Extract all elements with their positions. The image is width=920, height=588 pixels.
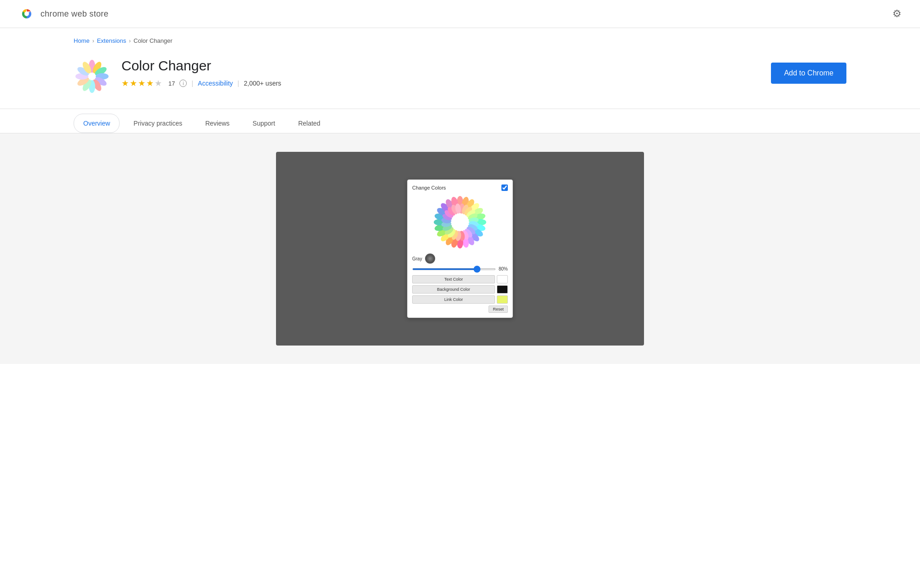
breadcrumb-current: Color Changer [133, 37, 172, 44]
store-title: chrome web store [40, 9, 109, 19]
breadcrumb-extensions[interactable]: Extensions [97, 37, 126, 44]
link-color-button[interactable]: Link Color [412, 295, 495, 304]
header: chrome web store ⚙ [0, 0, 920, 28]
star-2: ★ [130, 78, 137, 88]
link-color-swatch[interactable] [497, 295, 508, 304]
slider-value: 80% [499, 266, 508, 271]
screenshot-area: Change Colors [276, 152, 644, 346]
ext-header-left: Color Changer ★ ★ ★ ★ ★ 17 i | Accessibi… [74, 58, 281, 95]
popup-checkbox[interactable] [501, 184, 508, 191]
reset-row: Reset [412, 306, 508, 313]
gray-circle-icon [425, 254, 435, 264]
text-color-row: Text Color [412, 275, 508, 283]
color-wheel-icon [432, 195, 488, 250]
popup-mockup: Change Colors [407, 179, 513, 318]
extension-meta: ★ ★ ★ ★ ★ 17 i | Accessibility | 2,000+ … [121, 78, 281, 88]
tab-reviews[interactable]: Reviews [196, 114, 239, 133]
text-color-button[interactable]: Text Color [412, 275, 495, 283]
extension-name: Color Changer [121, 58, 281, 74]
bg-color-row: Background Color [412, 285, 508, 294]
user-count: 2,000+ users [244, 80, 281, 87]
gear-icon[interactable]: ⚙ [892, 8, 902, 20]
gray-label: Gray [412, 256, 422, 261]
popup-title: Change Colors [412, 185, 446, 190]
rating-info-icon[interactable]: i [179, 80, 187, 87]
breadcrumb-home[interactable]: Home [74, 37, 90, 44]
breadcrumb-sep-1: › [92, 38, 94, 44]
tabs-bar: Overview Privacy practices Reviews Suppo… [0, 114, 920, 133]
text-color-swatch[interactable] [497, 275, 508, 283]
popup-header: Change Colors [412, 184, 508, 191]
extension-icon [74, 58, 110, 95]
link-color-row: Link Color [412, 295, 508, 304]
extension-info: Color Changer ★ ★ ★ ★ ★ 17 i | Accessibi… [121, 58, 281, 88]
accessibility-link[interactable]: Accessibility [198, 80, 233, 87]
star-rating: ★ ★ ★ ★ ★ [121, 78, 162, 88]
chrome-logo-icon [18, 6, 35, 22]
star-3: ★ [138, 78, 145, 88]
tab-overview[interactable]: Overview [74, 114, 120, 133]
header-left: chrome web store [18, 6, 109, 22]
extension-header: Color Changer ★ ★ ★ ★ ★ 17 i | Accessibi… [0, 49, 920, 109]
bg-color-button[interactable]: Background Color [412, 285, 495, 294]
add-to-chrome-button[interactable]: Add to Chrome [771, 63, 846, 84]
tab-support[interactable]: Support [243, 114, 284, 133]
color-wheel-container [412, 195, 508, 250]
bg-color-swatch[interactable] [497, 285, 508, 294]
breadcrumb: Home › Extensions › Color Changer [0, 28, 920, 49]
tab-related[interactable]: Related [289, 114, 329, 133]
breadcrumb-sep-2: › [129, 38, 131, 44]
meta-divider-2: | [237, 80, 239, 87]
star-5: ★ [155, 78, 162, 88]
reset-button[interactable]: Reset [489, 306, 508, 313]
star-1: ★ [121, 78, 129, 88]
rating-count: 17 [168, 80, 175, 87]
main-content: Change Colors [0, 133, 920, 364]
svg-point-1 [24, 12, 29, 16]
meta-divider-1: | [191, 80, 193, 87]
tab-privacy[interactable]: Privacy practices [124, 114, 191, 133]
star-4: ★ [146, 78, 154, 88]
slider-row: 80% [412, 266, 508, 271]
gray-section: Gray [412, 254, 508, 264]
opacity-slider[interactable] [412, 268, 496, 270]
